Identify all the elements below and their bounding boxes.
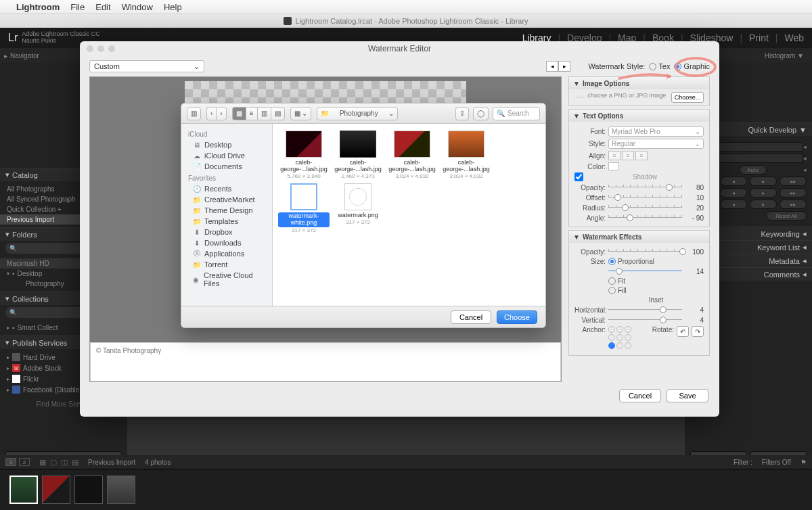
view-icons[interactable]: ▦ xyxy=(232,107,246,120)
finder-toolbar: ▥ ‹› ▦ ≡ ▥ ▤ ▦ ⌄ 📁Photography⌄ ⇪ ◯ 🔍 Sea… xyxy=(181,103,545,124)
lr-doc-icon xyxy=(284,17,292,25)
sb-torrent[interactable]: 📁Torrent xyxy=(181,259,272,270)
navigator-header[interactable]: Navigator xyxy=(10,52,39,60)
shadow-angle-slider[interactable] xyxy=(608,214,682,222)
display-2[interactable]: 2 xyxy=(19,458,30,466)
sb-theme-design[interactable]: 📁Theme Design xyxy=(181,205,272,216)
we-title: Watermark Editor xyxy=(80,44,719,53)
display-1[interactable]: 1 xyxy=(5,458,16,466)
shadow-opacity-slider[interactable] xyxy=(608,183,682,191)
flag-icon[interactable]: ⚑ xyxy=(800,459,807,466)
effects-header[interactable]: ▼Watermark Effects xyxy=(569,231,709,243)
rotate-left[interactable]: ↶ xyxy=(677,326,689,337)
sb-applications[interactable]: ⒶApplications xyxy=(181,248,272,259)
group-menu[interactable]: ▦ ⌄ xyxy=(290,107,312,120)
share-button[interactable]: ⇪ xyxy=(455,107,469,120)
shadow-checkbox[interactable] xyxy=(574,172,583,181)
menu-file[interactable]: File xyxy=(70,2,85,12)
file-item[interactable]: caleb-george-...lash.jpg3,024 × 4,032 xyxy=(441,131,492,179)
size-fit[interactable]: Fit xyxy=(608,277,625,285)
finder-choose-button[interactable]: Choose xyxy=(497,310,537,324)
menu-edit[interactable]: Edit xyxy=(95,2,110,12)
sb-downloads[interactable]: ⬇Downloads xyxy=(181,237,272,248)
we-save-button[interactable]: Save xyxy=(667,389,708,402)
thumb-4[interactable] xyxy=(107,476,135,504)
section-favorites: Favorites xyxy=(181,172,272,183)
view-columns[interactable]: ▥ xyxy=(257,107,271,120)
text-color-swatch[interactable] xyxy=(608,162,619,170)
sb-documents[interactable]: 📄Documents xyxy=(181,161,272,172)
filmstrip-bar: 1 2 ▦▢◫▤ Previous Import 4 photos Filter… xyxy=(0,455,812,469)
file-item[interactable]: watermark.png317 × 372 xyxy=(332,183,384,233)
caption-field[interactable]: © Tanita Photography xyxy=(90,342,561,381)
grid-icon[interactable]: ▦ xyxy=(39,458,46,467)
we-cancel-button[interactable]: Cancel xyxy=(619,389,661,402)
inset-v-slider[interactable] xyxy=(608,316,682,324)
file-item-selected[interactable]: watermark-white.png317 × 372 xyxy=(278,183,330,233)
radio-text[interactable]: Tex xyxy=(649,62,670,70)
compare-icon[interactable]: ◫ xyxy=(61,458,68,467)
file-item[interactable]: caleb-george-...lash.jpg3,024 × 4,032 xyxy=(386,131,438,179)
inset-h-slider[interactable] xyxy=(608,306,682,314)
module-web[interactable]: Web xyxy=(784,32,804,43)
prev-button[interactable]: ◂ xyxy=(546,61,558,72)
next-button[interactable]: ▸ xyxy=(558,61,570,72)
menu-help[interactable]: Help xyxy=(164,2,182,12)
anchor-grid[interactable] xyxy=(608,326,633,350)
nav-back[interactable]: ‹ xyxy=(206,107,216,120)
choose-image-button[interactable]: Choose... xyxy=(671,92,704,103)
nav-forward[interactable]: › xyxy=(216,107,226,120)
sb-ccfiles[interactable]: ◉Creative Cloud Files xyxy=(181,270,272,289)
file-item[interactable]: caleb-george-...lash.jpg2,460 × 4,373 xyxy=(332,131,384,179)
histogram-header[interactable]: Histogram xyxy=(765,52,796,60)
volume-row[interactable]: Macintosh HD xyxy=(7,260,49,267)
sb-icloud-drive[interactable]: ☁iCloud Drive xyxy=(181,150,272,161)
macos-menubar: Lightroom File Edit Window Help xyxy=(0,0,812,14)
size-fill[interactable]: Fill xyxy=(608,287,627,294)
view-list[interactable]: ≡ xyxy=(246,107,257,120)
finder-cancel-button[interactable]: Cancel xyxy=(451,310,491,324)
sb-creativemarket[interactable]: 📁CreativeMarket xyxy=(181,194,272,205)
file-item[interactable]: caleb-george-...lash.jpg5,760 × 3,840 xyxy=(278,131,330,179)
qd-reset[interactable]: Reset All xyxy=(766,211,807,221)
image-hint: ...... choose a PNG or JPG image xyxy=(574,92,667,99)
menu-window[interactable]: Window xyxy=(122,2,153,12)
finder-sheet: ▥ ‹› ▦ ≡ ▥ ▤ ▦ ⌄ 📁Photography⌄ ⇪ ◯ 🔍 Sea… xyxy=(181,103,546,328)
survey-icon[interactable]: ▤ xyxy=(72,458,78,467)
thumb-2[interactable] xyxy=(42,476,70,504)
align-buttons[interactable]: ≡≡≡ xyxy=(608,151,648,160)
size-proportional[interactable]: Proportional xyxy=(608,258,704,265)
sb-desktop[interactable]: 🖥Desktop xyxy=(181,139,272,150)
module-print[interactable]: Print xyxy=(749,32,769,43)
we-side-panel: ▼Image Options ...... choose a PNG or JP… xyxy=(568,76,710,382)
image-options-header[interactable]: ▼Image Options xyxy=(569,77,709,89)
size-slider[interactable] xyxy=(608,267,682,275)
fontstyle-select[interactable]: Regular⌄ xyxy=(608,139,704,149)
font-select[interactable]: Myriad Web Pro⌄ xyxy=(608,126,704,137)
finder-search[interactable]: 🔍 Search xyxy=(493,107,540,120)
sb-dropbox[interactable]: ⬇Dropbox xyxy=(181,227,272,237)
window-title: Lightroom Catalog.lrcat - Adobe Photosho… xyxy=(295,17,528,25)
finder-file-grid: caleb-george-...lash.jpg5,760 × 3,840 ca… xyxy=(273,124,545,306)
qd-auto[interactable]: Auto xyxy=(740,165,767,175)
sb-templates[interactable]: 📁Templates xyxy=(181,216,272,227)
shadow-radius-slider[interactable] xyxy=(608,204,682,212)
shadow-offset-slider[interactable] xyxy=(608,193,682,202)
app-menu[interactable]: Lightroom xyxy=(16,2,60,12)
path-dropdown[interactable]: 📁Photography⌄ xyxy=(317,107,398,120)
view-gallery[interactable]: ▤ xyxy=(271,107,285,120)
thumb-3[interactable] xyxy=(74,476,103,504)
tags-button[interactable]: ◯ xyxy=(473,107,489,120)
preset-dropdown[interactable]: Custom⌄ xyxy=(89,60,204,72)
sb-recents[interactable]: 🕘Recents xyxy=(181,183,272,194)
wm-opacity-slider[interactable] xyxy=(608,248,682,256)
text-options-header[interactable]: ▼Text Options xyxy=(569,110,709,122)
rotate-right[interactable]: ↷ xyxy=(692,326,704,337)
toggle-sidebar[interactable]: ▥ xyxy=(187,107,201,120)
section-icloud: iCloud xyxy=(181,128,272,139)
loupe-icon[interactable]: ▢ xyxy=(50,458,57,467)
source-label[interactable]: Previous Import xyxy=(88,459,135,466)
thumb-1[interactable] xyxy=(9,476,38,504)
radio-graphic[interactable]: Graphic xyxy=(674,62,710,70)
fs-filter-value[interactable]: Filters Off xyxy=(762,459,791,466)
